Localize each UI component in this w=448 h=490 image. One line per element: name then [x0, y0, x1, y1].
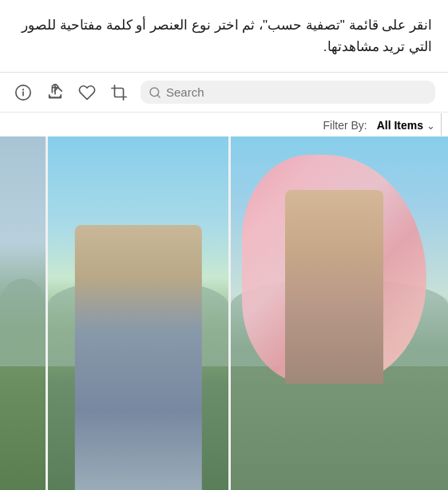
- filter-value-text: All Items: [377, 119, 423, 132]
- photo-bg: [0, 136, 46, 490]
- svg-line-4: [157, 95, 160, 97]
- photo-bg: [231, 136, 448, 490]
- search-bar[interactable]: [141, 81, 435, 104]
- photos-grid: [0, 136, 448, 490]
- share-button[interactable]: [45, 82, 65, 103]
- photo-item[interactable]: [231, 136, 448, 490]
- info-button[interactable]: [13, 82, 34, 103]
- chevron-down-icon: ⌄: [426, 120, 435, 132]
- filter-label-text: Filter By:: [323, 119, 367, 132]
- instruction-text: انقر على قائمة "تصفية حسب"، ثم اختر نوع …: [16, 14, 432, 57]
- search-icon: [149, 86, 161, 99]
- photo-subject-person: [285, 190, 383, 385]
- heart-button[interactable]: [77, 82, 97, 103]
- toolbar: [0, 73, 448, 113]
- photo-subject: [75, 225, 201, 490]
- photo-item[interactable]: [0, 136, 46, 490]
- photo-bg: [48, 136, 228, 490]
- filter-dropdown[interactable]: Filter By: All Items ⌄: [323, 119, 435, 132]
- search-input[interactable]: [166, 85, 427, 99]
- filter-bar: Filter By: All Items ⌄: [0, 113, 448, 136]
- mountain-decoration: [0, 279, 46, 367]
- crop-button[interactable]: [109, 82, 129, 103]
- instruction-area: انقر على قائمة "تصفية حسب"، ثم اختر نوع …: [0, 0, 448, 73]
- photo-item[interactable]: [48, 136, 228, 490]
